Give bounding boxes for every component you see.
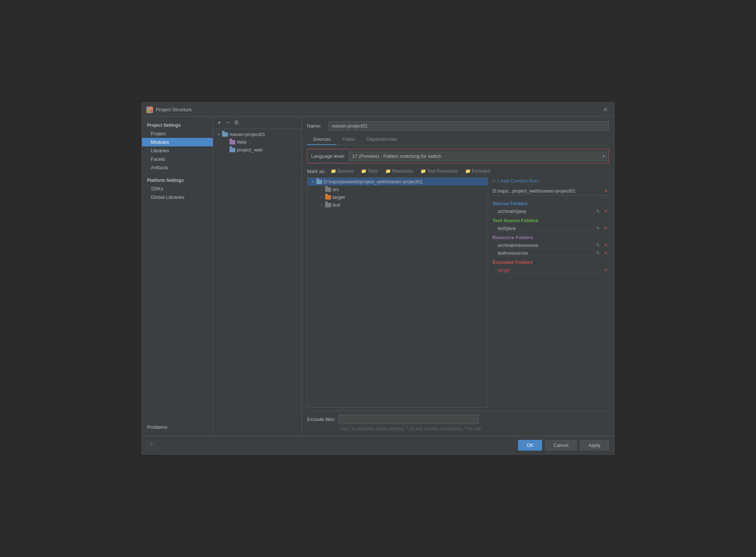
mark-as-row: Mark as: 📁 Sources 📁 Tests 📁 Resources 📁… xyxy=(307,168,609,174)
remove-resource-folder-icon-1[interactable]: ✕ xyxy=(603,250,609,256)
remove-module-button[interactable]: − xyxy=(225,119,231,126)
edit-resource-folder-icon-1[interactable]: ✎ xyxy=(595,250,601,256)
exclude-files-label: Exclude files: xyxy=(307,417,336,422)
project-settings-label: Project Settings xyxy=(142,120,213,129)
resource-folder-actions-1: ✎ ✕ xyxy=(595,250,609,256)
content-panel: Name: Sources Paths Dependencies Languag… xyxy=(302,117,614,436)
tabs-row: Sources Paths Dependencies xyxy=(307,134,609,145)
remove-content-root-icon[interactable]: ✕ xyxy=(603,188,609,194)
tab-dependencies[interactable]: Dependencies xyxy=(361,134,403,145)
sidebar-item-sdks[interactable]: SDKs xyxy=(142,184,213,193)
svg-rect-3 xyxy=(150,110,152,112)
test-source-folders-header: Test Source Folders xyxy=(493,218,609,223)
file-tree-target[interactable]: › target xyxy=(307,193,488,201)
resources-folder-icon: 📁 xyxy=(385,169,391,174)
module-tree: ▾ maven-project01 Web project_web xyxy=(213,129,302,436)
mark-test-resources-button[interactable]: 📁 Test Resources xyxy=(418,168,460,174)
excluded-folder-actions-0: ✕ xyxy=(603,267,609,273)
sidebar-divider xyxy=(142,172,213,176)
add-module-button[interactable]: + xyxy=(216,119,222,126)
add-icon: + xyxy=(493,178,496,184)
language-level-row: Language level: 17 (Preview) - Pattern m… xyxy=(307,149,609,163)
copy-module-button[interactable]: ⎘ xyxy=(234,119,240,126)
sources-folder-icon: 📁 xyxy=(331,169,336,174)
remove-test-source-folder-icon[interactable]: ✕ xyxy=(603,225,609,231)
svg-rect-2 xyxy=(147,110,149,112)
excluded-folder-entry-0: target ✕ xyxy=(493,266,609,274)
add-content-root-button[interactable]: + + Add Content Root xyxy=(493,177,609,184)
sidebar-item-facets[interactable]: Facets xyxy=(142,155,213,163)
resource-folder-entry-1: test\resources ✎ ✕ xyxy=(493,249,609,257)
watermark: CSDN @Msrb21 xyxy=(588,449,613,453)
sidebar-item-global-libraries[interactable]: Global Libraries xyxy=(142,193,213,201)
test-arrow: › xyxy=(319,203,324,207)
folder-icon-blue-2 xyxy=(229,148,235,152)
name-input[interactable] xyxy=(328,121,609,130)
project-structure-dialog: Project Structure ✕ Project Settings Pro… xyxy=(142,102,614,455)
main-content: Project Settings Project Modules Librari… xyxy=(142,117,614,436)
edit-source-folder-icon[interactable]: ✎ xyxy=(595,208,601,214)
resource-folder-entry-0: src\main\resources ✎ ✕ xyxy=(493,242,609,249)
excluded-folder-path-0: target xyxy=(498,267,603,273)
language-level-select[interactable]: 17 (Preview) - Pattern matching for swit… xyxy=(349,152,607,161)
remove-resource-folder-icon-0[interactable]: ✕ xyxy=(603,242,609,248)
edit-test-source-folder-icon[interactable]: ✎ xyxy=(595,225,601,231)
module-toolbar: + − ⎘ xyxy=(213,117,302,129)
file-tree-src[interactable]: › src xyxy=(307,186,488,193)
exclude-files-hint: Use ; to separate name patterns, * for a… xyxy=(307,426,609,431)
content-root-text: D:\repo...project_web\maven-project01 xyxy=(493,188,575,194)
mark-sources-button[interactable]: 📁 Sources xyxy=(328,168,356,174)
cancel-button[interactable]: Cancel xyxy=(545,440,577,451)
file-tree-root[interactable]: ▾ D:\repo\javaweb\project_web\maven-proj… xyxy=(307,178,488,186)
source-folder-entry-0: src\main\java ✎ ✕ xyxy=(493,208,609,215)
sidebar-item-problems[interactable]: Problems xyxy=(142,422,213,432)
mark-tests-button[interactable]: 📁 Tests xyxy=(359,168,380,174)
remove-excluded-folder-icon[interactable]: ✕ xyxy=(603,267,609,273)
language-level-label: Language level: xyxy=(311,153,345,159)
close-button[interactable]: ✕ xyxy=(601,105,610,114)
tab-sources[interactable]: Sources xyxy=(307,134,337,145)
title-bar: Project Structure ✕ xyxy=(142,103,614,117)
remove-source-folder-icon[interactable]: ✕ xyxy=(603,208,609,214)
exclude-files-input[interactable] xyxy=(338,415,479,424)
name-row: Name: xyxy=(307,121,609,130)
source-folders-panel: + + Add Content Root D:\repo...project_w… xyxy=(493,177,609,408)
test-resources-folder-icon: 📁 xyxy=(420,169,426,174)
tree-item-web[interactable]: Web xyxy=(213,138,302,146)
tests-folder-icon: 📁 xyxy=(361,169,367,174)
sidebar-item-artifacts[interactable]: Artifacts xyxy=(142,163,213,172)
sidebar-item-libraries[interactable]: Libraries xyxy=(142,146,213,155)
app-icon xyxy=(146,106,153,113)
bottom-area: Exclude files: Use ; to separate name pa… xyxy=(307,411,609,431)
mark-excluded-button[interactable]: 📁 Excluded xyxy=(463,168,492,174)
ok-button[interactable]: OK xyxy=(518,440,542,451)
mark-resources-button[interactable]: 📁 Resources xyxy=(383,168,415,174)
platform-settings-label: Platform Settings xyxy=(142,176,213,184)
edit-resource-folder-icon-0[interactable]: ✎ xyxy=(595,242,601,248)
src-folder-icon xyxy=(325,187,331,192)
target-label: target xyxy=(333,194,345,200)
src-arrow: › xyxy=(319,187,324,191)
tree-item-maven-project01[interactable]: ▾ maven-project01 xyxy=(213,130,302,138)
excluded-folder-icon: 📁 xyxy=(465,169,471,174)
test-folder-icon xyxy=(325,203,331,207)
tree-item-project-web[interactable]: project_web xyxy=(213,146,302,154)
sources-area: ▾ D:\repo\javaweb\project_web\maven-proj… xyxy=(307,177,609,408)
file-tree-test[interactable]: › test xyxy=(307,201,488,209)
root-arrow: ▾ xyxy=(310,180,315,184)
content-root-path-row: D:\repo...project_web\maven-project01 ✕ xyxy=(493,187,609,196)
test-label: test xyxy=(333,202,340,208)
name-label: Name: xyxy=(307,123,326,129)
resource-folder-path-1: test\resources xyxy=(498,250,595,256)
resource-folder-actions-0: ✎ ✕ xyxy=(595,242,609,248)
tab-paths[interactable]: Paths xyxy=(337,134,361,145)
sidebar-item-modules[interactable]: Modules xyxy=(142,138,213,146)
source-folder-path-0: src\main\java xyxy=(498,208,595,214)
help-button[interactable]: ? xyxy=(147,441,155,449)
module-panel: + − ⎘ ▾ maven-project01 Web xyxy=(213,117,302,436)
sidebar-item-project[interactable]: Project xyxy=(142,129,213,138)
folder-icon-blue xyxy=(222,132,228,137)
footer: ? OK Cancel Apply xyxy=(142,436,614,454)
source-folders-header: Source Folders xyxy=(493,201,609,206)
tree-arrow: ▾ xyxy=(216,132,221,136)
